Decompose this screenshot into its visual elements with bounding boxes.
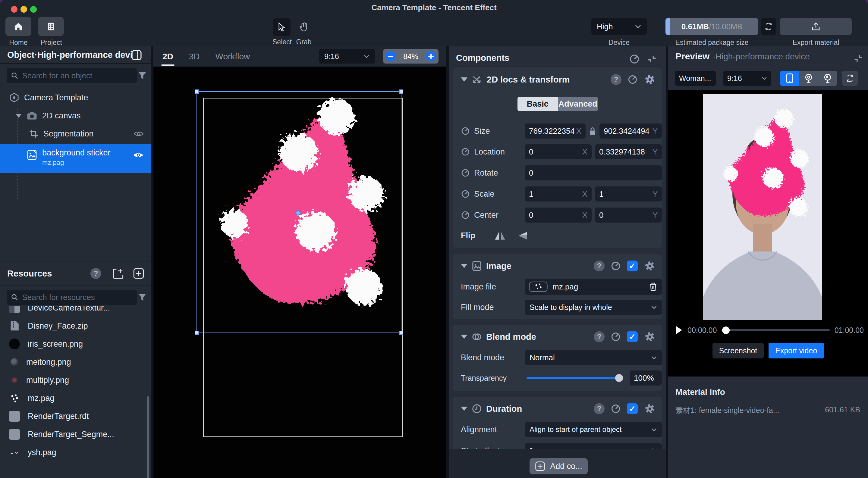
project-info-button[interactable] bbox=[38, 17, 64, 36]
help-icon[interactable]: ? bbox=[594, 331, 604, 342]
center-x-input[interactable]: 0X bbox=[525, 208, 592, 223]
screenshot-button[interactable]: Screenshot bbox=[712, 343, 764, 358]
tree-item-camera-template[interactable]: Camera Template bbox=[0, 90, 151, 105]
export-video-button[interactable]: Export video bbox=[769, 343, 824, 358]
preview-video-frame[interactable] bbox=[703, 94, 822, 320]
add-resource-icon[interactable] bbox=[133, 267, 145, 280]
filter-icon[interactable] bbox=[137, 293, 147, 302]
location-y-input[interactable]: 0.332974138Y bbox=[595, 144, 662, 159]
select-tool-button[interactable] bbox=[273, 18, 290, 36]
rotate-input[interactable]: 0 bbox=[525, 165, 662, 181]
transparency-value[interactable]: 100% bbox=[629, 371, 662, 385]
refresh-package-button[interactable] bbox=[761, 18, 776, 35]
visibility-eye-icon[interactable] bbox=[133, 130, 144, 137]
scale-x-input[interactable]: 1X bbox=[525, 186, 592, 201]
selection-handle[interactable] bbox=[399, 331, 403, 335]
collapse-arrow-icon[interactable] bbox=[461, 264, 467, 268]
enabled-checkbox[interactable]: ✓ bbox=[627, 331, 638, 342]
preview-timeline[interactable] bbox=[721, 329, 830, 331]
timeline-knob[interactable] bbox=[722, 326, 730, 334]
selection-handle[interactable] bbox=[195, 331, 199, 335]
tab-2d[interactable]: 2D bbox=[162, 52, 173, 61]
object-search-input[interactable] bbox=[22, 71, 133, 81]
gear-icon[interactable] bbox=[644, 331, 656, 343]
visibility-eye-icon[interactable] bbox=[133, 151, 144, 159]
help-icon[interactable]: ? bbox=[594, 403, 604, 414]
expand-arrow-icon[interactable] bbox=[16, 114, 22, 118]
reset-icon[interactable] bbox=[611, 261, 621, 271]
reset-icon[interactable] bbox=[611, 404, 621, 414]
keyframe-dial-icon[interactable] bbox=[461, 147, 470, 156]
image-file-input[interactable]: mz.pag bbox=[525, 279, 662, 295]
tab-advanced[interactable]: Advanced bbox=[558, 97, 598, 111]
list-item[interactable]: DeviceCameraTextur... bbox=[0, 306, 151, 317]
list-item[interactable]: meitong.png bbox=[0, 353, 151, 371]
collapse-panel-icon[interactable] bbox=[131, 50, 142, 61]
gear-icon[interactable] bbox=[644, 260, 656, 272]
trash-icon[interactable] bbox=[649, 282, 658, 292]
collapse-sections-icon[interactable] bbox=[647, 54, 657, 64]
alignment-select[interactable]: Align to start of parent object bbox=[525, 422, 662, 437]
keyframe-dial-icon[interactable] bbox=[461, 189, 470, 198]
tree-item-2d-canvas[interactable]: 2D canvas bbox=[0, 108, 151, 124]
resources-search-input[interactable] bbox=[22, 293, 133, 302]
import-file-icon[interactable] bbox=[112, 267, 124, 280]
tab-workflow[interactable]: Workflow bbox=[216, 52, 250, 61]
help-icon[interactable]: ? bbox=[611, 74, 621, 85]
size-y-input[interactable]: 902.3424494Y bbox=[599, 124, 662, 138]
reset-all-icon[interactable] bbox=[629, 54, 640, 64]
keyframe-dial-icon[interactable] bbox=[461, 168, 470, 178]
enabled-checkbox[interactable]: ✓ bbox=[627, 260, 638, 272]
slider-knob[interactable] bbox=[615, 374, 623, 382]
tree-item-segmentation[interactable]: Segmentation bbox=[0, 126, 151, 141]
filter-icon[interactable] bbox=[137, 71, 147, 81]
canvas-aspect-select[interactable]: 9:16 bbox=[319, 49, 375, 64]
keyframe-dial-icon[interactable] bbox=[461, 127, 470, 135]
model-select[interactable]: Woman... bbox=[675, 71, 716, 86]
flip-horizontal-icon[interactable] bbox=[493, 230, 507, 241]
tab-basic[interactable]: Basic bbox=[518, 97, 558, 111]
flip-vertical-icon[interactable] bbox=[517, 230, 529, 241]
list-item[interactable]: Disney_Face.zip bbox=[0, 317, 151, 335]
tab-3d[interactable]: 3D bbox=[189, 52, 200, 61]
collapse-arrow-icon[interactable] bbox=[461, 334, 467, 339]
preview-aspect-select[interactable]: 9:16 bbox=[723, 71, 771, 86]
list-item[interactable]: multiply.png bbox=[0, 371, 151, 389]
source-back-camera-button[interactable] bbox=[818, 71, 837, 86]
list-item[interactable]: iris_screen.png bbox=[0, 335, 151, 353]
anchor-point[interactable] bbox=[296, 210, 301, 216]
tree-item-background-sticker[interactable]: background sticker mz.pag bbox=[0, 144, 151, 173]
list-item[interactable]: RenderTarget_Segme... bbox=[0, 425, 151, 443]
device-select[interactable]: High bbox=[591, 18, 647, 35]
gear-icon[interactable] bbox=[644, 403, 656, 415]
list-item[interactable]: RenderTarget.rdt bbox=[0, 407, 151, 425]
grab-tool-button[interactable] bbox=[295, 18, 312, 36]
refresh-preview-button[interactable] bbox=[842, 71, 858, 86]
play-icon[interactable] bbox=[675, 326, 683, 334]
fill-mode-select[interactable]: Scale to display in whole bbox=[525, 300, 662, 315]
object-search[interactable] bbox=[7, 68, 137, 83]
home-button[interactable] bbox=[5, 17, 31, 36]
size-x-input[interactable]: 769.3222354X bbox=[525, 124, 586, 138]
collapse-preview-icon[interactable] bbox=[853, 53, 864, 64]
reset-icon[interactable] bbox=[611, 331, 621, 342]
resources-help-icon[interactable]: ? bbox=[90, 268, 101, 279]
collapse-arrow-icon[interactable] bbox=[461, 77, 467, 82]
zoom-out-button[interactable] bbox=[385, 51, 396, 61]
transparency-slider[interactable] bbox=[527, 377, 623, 379]
components-scroll[interactable]: 2D locs & transform ? Basic Advanced Siz… bbox=[449, 67, 666, 470]
location-x-input[interactable]: 0X bbox=[525, 144, 592, 159]
help-icon[interactable]: ? bbox=[594, 260, 604, 272]
gear-icon[interactable] bbox=[644, 73, 656, 86]
blend-mode-select[interactable]: Normal bbox=[525, 350, 662, 365]
add-component-button[interactable]: Add co... bbox=[530, 458, 588, 474]
selection-handle[interactable] bbox=[399, 90, 403, 94]
source-phone-button[interactable] bbox=[780, 71, 799, 86]
enabled-checkbox[interactable]: ✓ bbox=[627, 403, 638, 414]
zoom-in-button[interactable] bbox=[426, 51, 436, 61]
source-front-camera-button[interactable] bbox=[799, 71, 818, 86]
selection-handle[interactable] bbox=[195, 90, 199, 94]
reset-icon[interactable] bbox=[627, 74, 638, 85]
lock-icon[interactable] bbox=[589, 127, 596, 135]
list-item[interactable]: mz.pag bbox=[0, 389, 151, 407]
